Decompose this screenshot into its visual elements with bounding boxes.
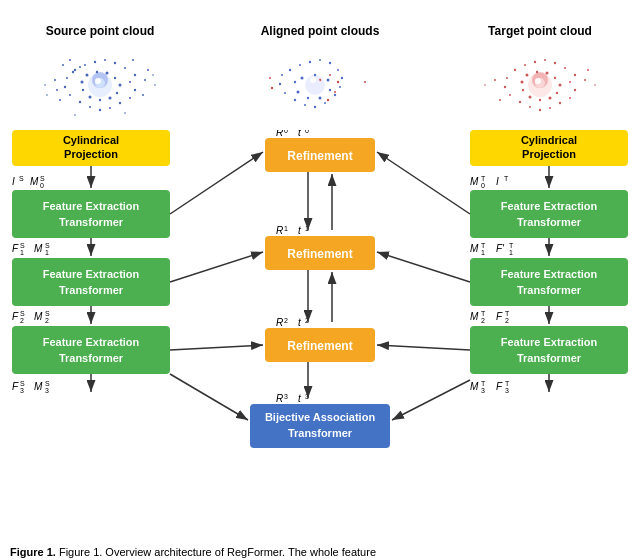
svg-point-23 xyxy=(96,71,98,73)
svg-text:Transformer: Transformer xyxy=(517,352,582,364)
svg-point-5 xyxy=(104,59,106,61)
svg-text:F': F' xyxy=(496,243,505,254)
svg-line-219 xyxy=(170,345,263,350)
svg-point-63 xyxy=(294,99,296,101)
svg-point-105 xyxy=(526,74,529,77)
source-cloud-container: Source point cloud xyxy=(10,24,190,130)
svg-point-38 xyxy=(142,94,144,96)
svg-point-35 xyxy=(54,79,56,81)
svg-point-79 xyxy=(327,99,329,101)
svg-point-20 xyxy=(72,71,74,73)
svg-text:R: R xyxy=(276,317,283,328)
svg-text:2: 2 xyxy=(505,317,509,324)
svg-point-74 xyxy=(294,81,296,83)
caption-bold: Figure 1. xyxy=(10,546,56,558)
svg-point-56 xyxy=(337,69,339,71)
svg-text:M: M xyxy=(34,311,43,322)
svg-point-4 xyxy=(94,61,96,63)
svg-text:Feature Extraction: Feature Extraction xyxy=(43,268,140,280)
svg-point-71 xyxy=(319,97,322,100)
svg-line-218 xyxy=(377,252,470,282)
svg-point-70 xyxy=(329,89,331,91)
svg-point-12 xyxy=(119,102,121,104)
svg-text:S: S xyxy=(20,242,25,249)
svg-point-40 xyxy=(147,69,149,71)
svg-text:T: T xyxy=(481,310,486,317)
svg-text:t: t xyxy=(298,393,302,404)
svg-text:Transformer: Transformer xyxy=(517,216,582,228)
svg-point-18 xyxy=(64,86,66,88)
svg-point-54 xyxy=(319,59,321,61)
svg-text:Feature Extraction: Feature Extraction xyxy=(43,336,140,348)
svg-point-94 xyxy=(569,81,571,83)
svg-point-24 xyxy=(106,72,109,75)
svg-text:1: 1 xyxy=(284,225,288,232)
svg-text:2: 2 xyxy=(284,317,288,324)
svg-point-109 xyxy=(559,84,562,87)
svg-point-76 xyxy=(329,74,331,76)
fet-right-1-box xyxy=(470,190,628,238)
cylindrical-left-label: Cylindrical xyxy=(63,134,119,146)
svg-point-10 xyxy=(134,89,136,91)
svg-point-48 xyxy=(74,114,76,116)
svg-point-6 xyxy=(114,62,116,64)
svg-text:M: M xyxy=(470,381,479,392)
fet-left-3-box xyxy=(12,326,170,374)
svg-text:R: R xyxy=(276,130,283,138)
svg-point-21 xyxy=(79,66,81,68)
svg-point-110 xyxy=(556,92,558,94)
svg-point-39 xyxy=(59,99,61,101)
svg-point-80 xyxy=(269,77,271,79)
target-cloud-container: Target point cloud xyxy=(450,24,630,130)
svg-point-25 xyxy=(114,77,116,79)
svg-point-91 xyxy=(554,62,556,64)
svg-point-15 xyxy=(89,106,91,108)
caption-text: Figure 1. Overview architecture of RegFo… xyxy=(59,546,376,558)
svg-point-107 xyxy=(546,72,549,75)
svg-point-2 xyxy=(74,69,76,71)
svg-point-55 xyxy=(329,62,331,64)
svg-point-101 xyxy=(519,101,521,103)
svg-point-30 xyxy=(89,96,92,99)
svg-text:1: 1 xyxy=(20,249,24,256)
svg-point-99 xyxy=(539,109,541,111)
svg-text:R: R xyxy=(276,225,283,236)
svg-text:M: M xyxy=(30,176,39,187)
svg-point-68 xyxy=(314,74,316,76)
svg-point-72 xyxy=(307,97,309,99)
svg-text:S: S xyxy=(45,310,50,317)
svg-text:Transformer: Transformer xyxy=(59,284,124,296)
svg-text:1: 1 xyxy=(481,249,485,256)
svg-text:1: 1 xyxy=(509,249,513,256)
svg-point-42 xyxy=(132,59,134,61)
svg-point-34 xyxy=(95,78,101,84)
svg-point-122 xyxy=(484,84,486,86)
svg-point-103 xyxy=(504,86,506,88)
target-cloud-svg xyxy=(455,40,625,130)
svg-point-43 xyxy=(62,64,64,66)
svg-point-51 xyxy=(289,69,291,71)
svg-text:Feature Extraction: Feature Extraction xyxy=(501,336,598,348)
svg-line-215 xyxy=(170,152,263,214)
svg-line-217 xyxy=(170,252,263,282)
caption: Figure 1. Figure 1. Overview architectur… xyxy=(0,544,640,560)
main-container: Source point cloud xyxy=(0,0,640,560)
svg-point-29 xyxy=(99,99,101,101)
svg-point-92 xyxy=(564,67,566,69)
svg-text:2: 2 xyxy=(45,317,49,324)
svg-point-77 xyxy=(337,81,339,83)
svg-point-115 xyxy=(521,81,524,84)
svg-text:0: 0 xyxy=(40,182,44,189)
svg-line-221 xyxy=(170,374,248,420)
svg-line-220 xyxy=(377,345,470,350)
source-cloud-title: Source point cloud xyxy=(46,24,155,38)
svg-point-37 xyxy=(144,79,146,81)
svg-text:Refinement: Refinement xyxy=(287,247,352,261)
svg-point-41 xyxy=(69,59,71,61)
svg-text:Projection: Projection xyxy=(522,148,576,160)
svg-point-89 xyxy=(534,61,536,63)
svg-point-114 xyxy=(522,89,524,91)
svg-point-36 xyxy=(56,89,58,91)
svg-text:F: F xyxy=(496,311,503,322)
svg-point-49 xyxy=(124,112,126,114)
